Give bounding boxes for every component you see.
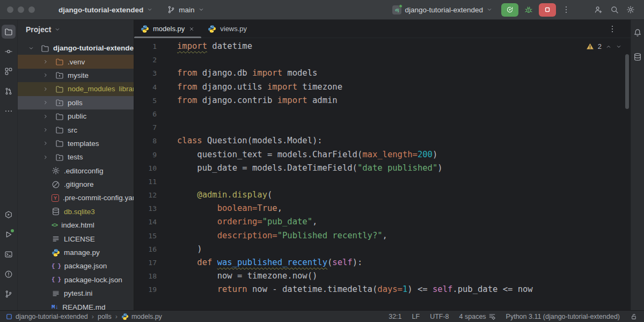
line-number[interactable]: 8 xyxy=(134,134,157,148)
chevron-right-icon[interactable] xyxy=(40,127,52,133)
code-line[interactable]: 3from django.db import models xyxy=(134,67,631,80)
chevron-right-icon[interactable] xyxy=(40,72,52,78)
tree-item-node_modules[interactable]: node_moduleslibrary root xyxy=(18,82,134,96)
chevron-right-icon[interactable] xyxy=(40,140,52,147)
code-line[interactable]: 4from django.utils import timezone xyxy=(134,80,631,94)
tree-item-LICENSE[interactable]: LICENSE xyxy=(18,232,134,245)
line-number[interactable]: 1 xyxy=(134,40,157,53)
tool-button-project[interactable] xyxy=(2,25,16,39)
code-line[interactable]: 16 ) xyxy=(134,243,631,256)
tool-button-notifications[interactable] xyxy=(631,26,644,40)
tool-button-version-control[interactable] xyxy=(2,287,16,301)
line-number[interactable]: 10 xyxy=(134,162,157,175)
maximize-window-button[interactable] xyxy=(28,6,35,13)
tree-item-README.md[interactable]: M↓README.md xyxy=(18,300,134,310)
tool-button-more-tool-windows[interactable] xyxy=(2,104,16,118)
code-line[interactable]: 8class Question(models.Model): xyxy=(134,134,631,148)
tree-item-.venv[interactable]: .venv xyxy=(18,55,134,68)
rerun-button[interactable] xyxy=(501,3,518,17)
project-panel-header[interactable]: Project xyxy=(18,20,134,39)
tree-item-tests[interactable]: tests xyxy=(18,150,134,164)
tool-button-structure[interactable] xyxy=(2,64,16,78)
tree-item-package.json[interactable]: { }package.json xyxy=(18,259,134,273)
line-number[interactable]: 19 xyxy=(134,283,157,296)
tree-item-package-lock.json[interactable]: { }package-lock.json xyxy=(18,273,134,287)
code-line[interactable]: 14 ordering="pub_date", xyxy=(134,215,631,229)
status-file-encoding[interactable]: UTF-8 xyxy=(430,313,449,320)
tree-item-django-tutorial-extended[interactable]: django-tutorial-extended xyxy=(18,41,134,55)
search-everywhere-icon[interactable] xyxy=(609,4,620,16)
code-line[interactable]: 1import datetime xyxy=(134,40,631,53)
line-number[interactable]: 7 xyxy=(134,121,157,134)
editor-tab-views.py[interactable]: views.py xyxy=(201,20,253,38)
settings-gear-icon[interactable] xyxy=(625,4,636,16)
line-number[interactable]: 3 xyxy=(134,67,157,80)
tool-button-problems[interactable] xyxy=(2,267,16,281)
code-line[interactable]: 10 pub_date = models.DateTimeField("date… xyxy=(134,162,631,175)
editor-scrollbar-thumb[interactable] xyxy=(625,54,629,109)
code-line[interactable]: 13 boolean=True, xyxy=(134,202,631,215)
inspection-widget[interactable]: 2 xyxy=(586,42,622,50)
chevron-right-icon[interactable] xyxy=(40,154,52,160)
code-line[interactable]: 11 xyxy=(134,175,631,188)
line-number[interactable]: 2 xyxy=(134,53,157,67)
tool-button-terminal[interactable] xyxy=(2,247,16,261)
code-editor[interactable]: 1import datetime23from django.db import … xyxy=(134,38,631,310)
line-number[interactable]: 14 xyxy=(134,215,157,229)
line-number[interactable]: 11 xyxy=(134,175,157,188)
line-number[interactable]: 18 xyxy=(134,269,157,283)
more-actions-kebab-icon[interactable] xyxy=(560,4,572,16)
breadcrumb-django-tutorial-extended[interactable]: django-tutorial-extended xyxy=(5,313,88,320)
tree-item-manage.py[interactable]: manage.py xyxy=(18,246,134,259)
line-number[interactable]: 16 xyxy=(134,243,157,256)
code-line[interactable]: 5from django.contrib import admin xyxy=(134,94,631,107)
tool-button-run[interactable] xyxy=(2,228,16,241)
tree-item-templates[interactable]: templates xyxy=(18,137,134,150)
tree-item-pytest.ini[interactable]: pytest.ini xyxy=(18,287,134,300)
run-config-widget[interactable]: dj django-tutorial-extended xyxy=(388,3,497,17)
next-issue-chevron-down-icon[interactable] xyxy=(616,43,622,50)
chevron-down-icon[interactable] xyxy=(25,45,37,52)
debug-button[interactable] xyxy=(523,4,535,16)
breadcrumb-polls[interactable]: polls xyxy=(98,313,112,320)
branch-widget[interactable]: main xyxy=(163,3,208,16)
status-readonly-toggle[interactable] xyxy=(630,313,638,320)
code-line[interactable]: 12 @admin.display( xyxy=(134,188,631,202)
tool-button-commit[interactable] xyxy=(2,45,16,58)
chevron-right-icon[interactable] xyxy=(40,113,52,120)
code-line[interactable]: 7 xyxy=(134,121,631,134)
editor-options-kebab-icon[interactable] xyxy=(608,25,617,33)
line-number[interactable]: 5 xyxy=(134,94,157,107)
close-tab-icon[interactable] xyxy=(188,26,195,32)
status-indentation[interactable]: 4 spaces xyxy=(459,313,496,320)
code-line[interactable]: 6 xyxy=(134,107,631,121)
previous-issue-chevron-up-icon[interactable] xyxy=(605,43,612,50)
code-line[interactable]: 17 def was_published_recently(self): xyxy=(134,256,631,269)
tree-item-index.html[interactable]: <>index.html xyxy=(18,218,134,232)
line-number[interactable]: 15 xyxy=(134,229,157,243)
chevron-right-icon[interactable] xyxy=(40,58,52,65)
tree-item-db.sqlite3[interactable]: db.sqlite3 xyxy=(18,205,134,218)
status-python-interpreter[interactable]: Python 3.11 (django-tutorial-extended) xyxy=(506,313,620,320)
editor-tab-models.py[interactable]: models.py xyxy=(134,20,201,38)
close-window-button[interactable] xyxy=(7,6,13,13)
line-number[interactable]: 12 xyxy=(134,188,157,202)
line-number[interactable]: 13 xyxy=(134,202,157,215)
status-line-separator[interactable]: LF xyxy=(412,313,420,320)
tool-button-pull-requests[interactable] xyxy=(2,84,16,98)
chevron-right-icon[interactable] xyxy=(40,99,52,106)
code-line[interactable]: 15 description="Published recently?", xyxy=(134,229,631,243)
tool-button-database[interactable] xyxy=(631,50,644,64)
chevron-right-icon[interactable] xyxy=(40,86,52,92)
line-number[interactable]: 6 xyxy=(134,107,157,121)
code-line[interactable]: 9 question_text = models.CharField(max_l… xyxy=(134,148,631,162)
code-with-me-icon[interactable] xyxy=(592,4,604,16)
tree-item-.pre-commit-config.yaml[interactable]: Y.pre-commit-config.yaml xyxy=(18,191,134,204)
tree-item-polls[interactable]: polls xyxy=(18,96,134,109)
tree-item-src[interactable]: src xyxy=(18,123,134,136)
line-number[interactable]: 9 xyxy=(134,148,157,162)
line-number[interactable]: 17 xyxy=(134,256,157,269)
stop-button[interactable] xyxy=(539,3,556,17)
code-line[interactable]: 2 xyxy=(134,53,631,67)
tree-item-.gitignore[interactable]: .gitignore xyxy=(18,178,134,191)
